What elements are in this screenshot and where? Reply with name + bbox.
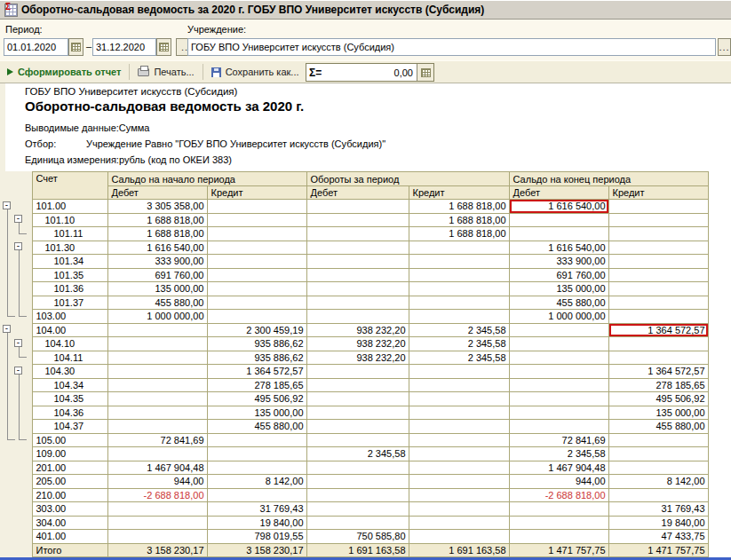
account-cell[interactable]: 101.30 xyxy=(32,241,107,255)
account-cell[interactable]: 104.11 xyxy=(32,351,107,365)
period-to-calendar-button[interactable] xyxy=(156,38,171,56)
value-cell[interactable]: 1 364 572,57 xyxy=(207,365,306,379)
value-cell[interactable] xyxy=(207,447,306,461)
value-cell[interactable]: 333 900,00 xyxy=(509,255,608,269)
value-cell[interactable] xyxy=(509,530,608,544)
value-cell[interactable] xyxy=(409,420,509,434)
value-cell[interactable] xyxy=(608,351,708,365)
tree-collapse-icon[interactable]: - xyxy=(14,242,22,250)
account-cell[interactable]: 304.00 xyxy=(32,516,107,530)
value-cell[interactable] xyxy=(509,351,608,365)
value-cell[interactable] xyxy=(608,488,708,502)
value-cell[interactable] xyxy=(608,241,708,255)
period-from-input[interactable] xyxy=(4,38,68,56)
tree-collapse-icon[interactable]: - xyxy=(14,215,22,223)
value-cell[interactable] xyxy=(207,227,306,241)
highlighted-cell[interactable]: 1 364 572,57 xyxy=(608,323,708,337)
value-cell[interactable]: 691 760,00 xyxy=(107,268,207,282)
value-cell[interactable]: 455 880,00 xyxy=(207,420,306,434)
value-cell[interactable] xyxy=(306,461,409,475)
value-cell[interactable] xyxy=(207,433,306,447)
value-cell[interactable] xyxy=(107,337,207,351)
value-cell[interactable]: 2 345,58 xyxy=(409,337,509,351)
value-cell[interactable]: 938 232,20 xyxy=(306,337,409,351)
value-cell[interactable]: 495 506,92 xyxy=(207,392,306,406)
value-cell[interactable]: 2 345,58 xyxy=(306,447,409,461)
value-cell[interactable]: 19 840,00 xyxy=(207,516,306,530)
value-cell[interactable]: 798 019,55 xyxy=(207,530,306,544)
value-cell[interactable] xyxy=(107,502,207,517)
value-cell[interactable] xyxy=(409,310,509,324)
value-cell[interactable] xyxy=(107,323,207,337)
value-cell[interactable]: 72 841,69 xyxy=(509,433,608,447)
value-cell[interactable]: 455 880,00 xyxy=(509,296,608,310)
value-cell[interactable] xyxy=(409,241,509,255)
account-cell[interactable]: 104.10 xyxy=(32,337,107,351)
value-cell[interactable]: 2 345,58 xyxy=(409,351,509,365)
value-cell[interactable]: 135 000,00 xyxy=(509,282,608,296)
value-cell[interactable] xyxy=(207,213,306,227)
value-cell[interactable]: 2 345,58 xyxy=(409,323,509,337)
value-cell[interactable]: 1 000 000,00 xyxy=(509,310,608,324)
account-cell[interactable]: 101.37 xyxy=(32,296,107,310)
value-cell[interactable] xyxy=(107,516,207,530)
value-cell[interactable] xyxy=(608,282,708,296)
value-cell[interactable] xyxy=(608,255,708,269)
account-cell[interactable]: 201.00 xyxy=(32,461,107,475)
value-cell[interactable]: 938 232,20 xyxy=(306,323,409,337)
value-cell[interactable] xyxy=(306,365,409,379)
value-cell[interactable]: 2 300 459,19 xyxy=(207,323,306,337)
account-cell[interactable]: 104.35 xyxy=(32,392,107,406)
value-cell[interactable] xyxy=(409,502,509,517)
value-cell[interactable] xyxy=(409,475,509,489)
value-cell[interactable]: 938 232,20 xyxy=(306,351,409,365)
account-cell[interactable]: 101.00 xyxy=(32,200,107,214)
account-cell[interactable]: 105.00 xyxy=(32,433,107,447)
value-cell[interactable]: 2 345,58 xyxy=(509,447,608,461)
account-cell[interactable]: 101.36 xyxy=(32,282,107,296)
value-cell[interactable]: 19 840,00 xyxy=(608,516,708,530)
account-cell[interactable]: 109.00 xyxy=(32,447,107,461)
value-cell[interactable] xyxy=(509,213,608,227)
value-cell[interactable] xyxy=(207,282,306,296)
tree-collapse-icon[interactable]: - xyxy=(14,367,22,375)
value-cell[interactable]: 278 185,65 xyxy=(608,378,708,392)
value-cell[interactable]: 135 000,00 xyxy=(608,406,708,420)
value-cell[interactable] xyxy=(306,475,409,489)
value-cell[interactable] xyxy=(107,365,207,379)
value-cell[interactable]: 135 000,00 xyxy=(207,406,306,420)
sum-value[interactable]: 0,00 xyxy=(323,67,417,78)
tree-collapse-icon[interactable]: - xyxy=(3,325,11,333)
account-cell[interactable]: 101.10 xyxy=(32,213,107,227)
value-cell[interactable] xyxy=(207,461,306,475)
value-cell[interactable] xyxy=(306,255,409,269)
value-cell[interactable] xyxy=(306,227,409,241)
account-cell[interactable]: 103.00 xyxy=(32,310,107,324)
value-cell[interactable]: 1 467 904,48 xyxy=(509,461,608,475)
value-cell[interactable]: 691 760,00 xyxy=(509,268,608,282)
value-cell[interactable] xyxy=(409,268,509,282)
value-cell[interactable]: 1 688 818,00 xyxy=(409,200,509,214)
value-cell[interactable] xyxy=(306,213,409,227)
value-cell[interactable]: 333 900,00 xyxy=(107,255,207,269)
value-cell[interactable] xyxy=(207,241,306,255)
value-cell[interactable] xyxy=(207,268,306,282)
value-cell[interactable] xyxy=(608,200,708,214)
account-cell[interactable]: 104.00 xyxy=(32,323,107,337)
value-cell[interactable] xyxy=(207,200,306,214)
value-cell[interactable] xyxy=(608,447,708,461)
tree-collapse-icon[interactable]: - xyxy=(3,201,11,209)
value-cell[interactable] xyxy=(306,502,409,517)
value-cell[interactable]: -2 688 818,00 xyxy=(107,488,207,502)
value-cell[interactable]: 1 688 818,00 xyxy=(409,213,509,227)
account-cell[interactable]: 101.34 xyxy=(32,255,107,269)
value-cell[interactable] xyxy=(409,392,509,406)
value-cell[interactable] xyxy=(306,310,409,324)
value-cell[interactable] xyxy=(608,461,708,475)
value-cell[interactable]: 1 688 818,00 xyxy=(409,227,509,241)
value-cell[interactable] xyxy=(306,516,409,530)
value-cell[interactable] xyxy=(306,241,409,255)
value-cell[interactable] xyxy=(306,392,409,406)
value-cell[interactable] xyxy=(409,488,509,502)
value-cell[interactable] xyxy=(409,255,509,269)
